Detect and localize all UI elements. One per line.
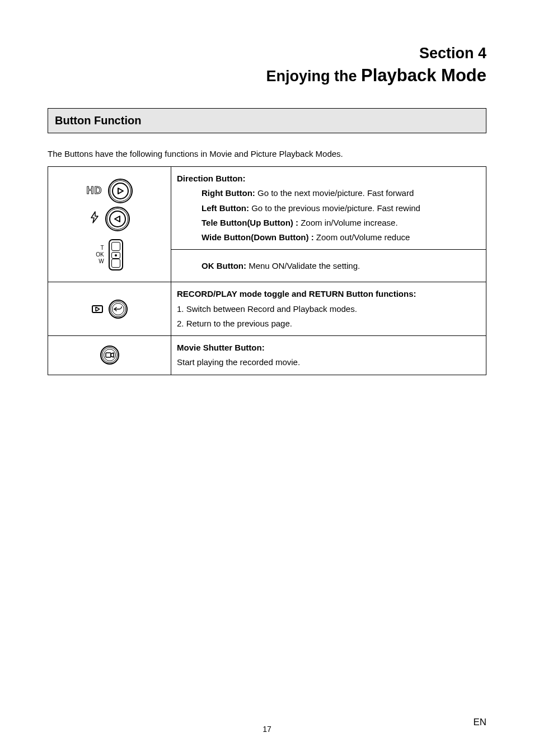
tele-button-text: Zoom in/Volume increase. [298, 218, 398, 227]
page-title: Button Function [48, 108, 486, 133]
left-button-label: Left Button: [202, 203, 249, 213]
flash-icon [90, 211, 100, 227]
left-button-icon [105, 207, 130, 231]
record-play-title: RECORD/PLAY mode toggle and RETURN Butto… [177, 289, 416, 298]
left-button-text: Go to the previous movie/picture. Fast r… [249, 203, 420, 213]
record-play-icons [48, 282, 171, 336]
button-function-table: HD [48, 166, 486, 375]
intro-text: The Buttons have the following functions… [48, 149, 486, 158]
table-row: HD [48, 167, 486, 250]
movie-shutter-description: Movie Shutter Button: Start playing the … [171, 336, 486, 375]
section-heading-prefix: Enjoying the [266, 68, 362, 85]
movie-shutter-icon-cell [48, 336, 171, 375]
rocker-t-label: T [101, 245, 104, 251]
svg-marker-5 [111, 353, 114, 357]
section-title: Section 4 Enjoying the Playback Mode [48, 45, 486, 86]
table-row: RECORD/PLAY mode toggle and RETURN Butto… [48, 282, 486, 336]
wide-button-text: Zoom out/Volume reduce [314, 232, 410, 242]
record-play-line2: 2. Return to the previous page. [177, 316, 480, 331]
wide-button-label: Wide Button(Down Button) : [202, 232, 314, 242]
rocker-button-icon: T OK W [96, 239, 123, 270]
svg-marker-0 [118, 188, 123, 194]
right-button-icon [108, 179, 133, 203]
tele-button-label: Tele Button(Up Button) : [202, 218, 298, 227]
direction-button-icons: HD [48, 167, 171, 282]
language-label: EN [473, 717, 486, 728]
svg-marker-3 [96, 307, 100, 311]
section-heading: Enjoying the Playback Mode [48, 66, 486, 86]
movie-shutter-line1: Start playing the recorded movie. [177, 355, 480, 370]
hd-label: HD [87, 185, 102, 197]
section-number: Section 4 [48, 45, 486, 62]
return-button-icon [109, 300, 128, 319]
section-heading-big: Playback Mode [361, 66, 486, 85]
direction-title: Direction Button: [177, 174, 245, 183]
direction-button-description: Direction Button: Right Button: Go to th… [171, 167, 486, 250]
playback-rect-icon [92, 305, 103, 313]
svg-marker-2 [115, 216, 120, 222]
right-button-text: Go to the next movie/picture. Fast forwa… [255, 188, 414, 198]
right-button-label: Right Button: [202, 188, 255, 198]
record-play-line1: 1. Switch between Record and Playback mo… [177, 302, 480, 316]
ok-button-text: Menu ON/Validate the setting. [246, 261, 360, 270]
svg-rect-4 [106, 353, 111, 357]
ok-button-label: OK Button: [202, 261, 246, 270]
svg-marker-1 [91, 212, 98, 223]
table-row: Movie Shutter Button: Start playing the … [48, 336, 486, 375]
page-number: 17 [0, 725, 534, 734]
movie-shutter-title: Movie Shutter Button: [177, 343, 265, 352]
rocker-w-label: W [99, 258, 104, 265]
record-play-description: RECORD/PLAY mode toggle and RETURN Butto… [171, 282, 486, 336]
rocker-ok-label: OK [96, 251, 104, 258]
ok-button-description: OK Button: Menu ON/Validate the setting. [171, 250, 486, 282]
movie-shutter-button-icon [100, 346, 119, 365]
